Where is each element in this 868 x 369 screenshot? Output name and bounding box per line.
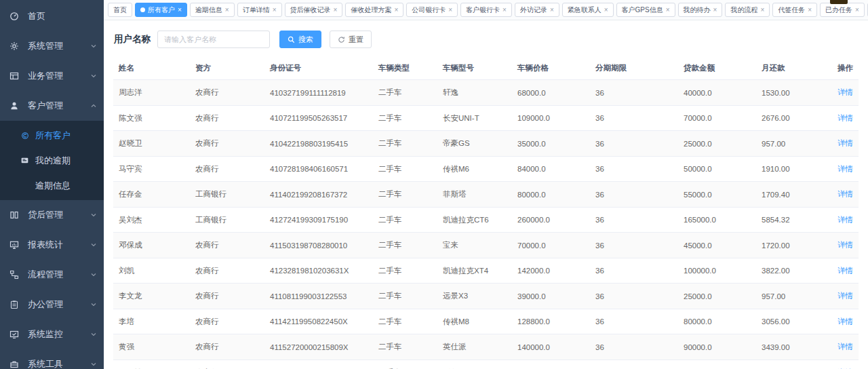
- cell-vehicle-price: 84000.0: [512, 156, 590, 182]
- cell-vehicle-price: 68000.0: [512, 80, 590, 106]
- tab[interactable]: 我的待办 ×: [678, 3, 723, 17]
- table-row: 李培 农商行 41142119950822450X 二手车 传祺M8 12880…: [113, 309, 859, 334]
- close-icon[interactable]: ×: [502, 7, 507, 14]
- reset-button[interactable]: 重置: [330, 31, 372, 48]
- tab[interactable]: 代签任务 ×: [772, 3, 817, 17]
- detail-link[interactable]: 详情: [837, 241, 853, 249]
- tab[interactable]: 我的流程 ×: [725, 3, 770, 17]
- sidebar-item-postloan-mgmt[interactable]: 贷后管理: [0, 200, 104, 230]
- sidebar-item-all-customers[interactable]: 所有客户: [0, 123, 104, 148]
- tab[interactable]: 客户银行卡 ×: [460, 3, 512, 17]
- report-monitor-icon: [9, 240, 19, 250]
- cell-funder: 农商行: [190, 360, 264, 369]
- cell-vehicle-type: 二手车: [373, 182, 437, 208]
- close-icon[interactable]: ×: [448, 7, 452, 14]
- tab[interactable]: 逾期信息 ×: [190, 3, 235, 17]
- col-header-name: 姓名: [113, 57, 190, 80]
- business-icon: [9, 71, 19, 81]
- search-button[interactable]: 搜索: [279, 31, 321, 48]
- cell-vehicle-price: 142000.0: [512, 258, 590, 284]
- close-icon[interactable]: ×: [713, 7, 717, 14]
- sidebar-item-system-mgmt[interactable]: 系统管理: [0, 31, 104, 61]
- col-header-monthly-payment: 月还款: [756, 57, 824, 80]
- detail-link[interactable]: 详情: [837, 139, 853, 147]
- cell-funder: 农商行: [190, 284, 264, 309]
- col-header-vehicle-model: 车辆型号: [437, 57, 512, 80]
- cell-id-number: 410327199111112819: [264, 80, 373, 106]
- sidebar-item-customer-mgmt[interactable]: 客户管理: [0, 91, 104, 121]
- gear-icon: [9, 41, 19, 51]
- close-icon[interactable]: ×: [178, 7, 182, 14]
- tab[interactable]: 催收处理方案 ×: [345, 3, 403, 17]
- tab-home[interactable]: 首页: [108, 3, 132, 17]
- search-input[interactable]: [157, 31, 270, 48]
- col-header-vehicle-type: 车辆类型: [373, 57, 437, 80]
- sidebar-item-system-monitor[interactable]: 系统监控: [0, 319, 104, 349]
- sidebar-item-business-mgmt[interactable]: 业务管理: [0, 61, 104, 91]
- cell-funder: 农商行: [190, 80, 264, 106]
- cell-name: 刘凯: [113, 258, 190, 284]
- cell-name: 李文龙: [113, 284, 190, 309]
- sidebar-item-overdue-info[interactable]: 逾期信息: [0, 173, 104, 198]
- detail-link[interactable]: 详情: [837, 292, 853, 300]
- tab[interactable]: 客户GPS信息 ×: [616, 3, 675, 17]
- close-icon[interactable]: ×: [855, 7, 859, 14]
- tab-label: 外访记录: [520, 5, 547, 15]
- detail-link[interactable]: 详情: [837, 343, 853, 351]
- table-row: 黄强 农商行 41152720000215809X 二手车 英仕派 140000…: [113, 334, 859, 360]
- table-row: 刘凯 农商行 41232819810203631X 二手车 凯迪拉克XT4 14…: [113, 258, 859, 284]
- detail-link[interactable]: 详情: [837, 88, 853, 96]
- table-row: 陈文强 农商行 410721199505263517 二手车 长安UNI-T 1…: [113, 105, 859, 131]
- tab[interactable]: 公司银行卡 ×: [406, 3, 458, 17]
- sidebar-item-report-stats[interactable]: 报表统计: [0, 230, 104, 260]
- tab-all-customers-active[interactable]: 所有客户 ×: [135, 3, 187, 17]
- close-icon[interactable]: ×: [334, 7, 338, 14]
- detail-link[interactable]: 详情: [837, 267, 853, 275]
- close-icon[interactable]: ×: [225, 7, 229, 14]
- close-icon[interactable]: ×: [808, 7, 812, 14]
- search-label: 用户名称: [114, 33, 151, 45]
- detail-link[interactable]: 详情: [837, 190, 853, 198]
- cell-term: 36: [590, 258, 678, 284]
- tab[interactable]: 已办任务 ×: [820, 3, 865, 17]
- cell-loan-amount: 25000.0: [678, 284, 756, 309]
- sidebar-item-process-mgmt[interactable]: 流程管理: [0, 260, 104, 290]
- detail-link[interactable]: 详情: [837, 114, 853, 122]
- close-icon[interactable]: ×: [550, 7, 554, 14]
- detail-link[interactable]: 详情: [837, 165, 853, 173]
- table-row: 任存金 工商银行 411402199208167372 二手车 菲斯塔 8000…: [113, 182, 859, 208]
- tab-label: 我的待办: [684, 5, 711, 15]
- detail-link[interactable]: 详情: [837, 216, 853, 224]
- tab-label: 催收处理方案: [351, 5, 391, 15]
- cell-vehicle-model: 远景X3: [437, 284, 512, 309]
- sidebar-item-my-overdue[interactable]: 我的逾期: [0, 148, 104, 173]
- col-header-loan-amount: 贷款金额: [678, 57, 756, 80]
- tab[interactable]: 订单详情 ×: [237, 3, 282, 17]
- tab[interactable]: 贷后催收记录 ×: [285, 3, 343, 17]
- table-row: 赵晓卫 农商行 410422198803195415 二手车 帝豪GS 3500…: [113, 131, 859, 157]
- toolbox-icon: [9, 360, 19, 369]
- sidebar-item-office-mgmt[interactable]: 办公管理: [0, 290, 104, 319]
- sidebar-item-label: 贷后管理: [28, 209, 90, 221]
- detail-link[interactable]: 详情: [837, 317, 853, 326]
- sidebar-item-label: 办公管理: [28, 298, 90, 311]
- cell-monthly-payment: 957.00: [756, 284, 824, 309]
- close-icon[interactable]: ×: [760, 7, 764, 14]
- sidebar-item-system-tools[interactable]: 系统工具: [0, 349, 104, 369]
- close-icon[interactable]: ×: [666, 7, 670, 14]
- sidebar-item-label: 业务管理: [28, 70, 90, 82]
- close-icon[interactable]: ×: [273, 7, 277, 14]
- cell-id-number: 411503198708280010: [264, 233, 373, 258]
- close-icon[interactable]: ×: [604, 7, 608, 14]
- cell-funder: 农商行: [190, 156, 264, 182]
- cell-loan-amount: 90000.0: [678, 334, 756, 360]
- tab[interactable]: 紧急联系人 ×: [562, 3, 614, 17]
- sidebar-item-home[interactable]: 首页: [0, 1, 104, 31]
- close-icon[interactable]: ×: [394, 7, 398, 14]
- cell-funder: 工商银行: [190, 182, 264, 208]
- cell-vehicle-type: 二手车: [373, 258, 437, 284]
- col-header-funder: 资方: [190, 57, 264, 80]
- chevron-up-icon: [90, 102, 97, 109]
- tab[interactable]: 外访记录 ×: [515, 3, 559, 17]
- search-bar: 用户名称 搜索 重置: [104, 20, 868, 57]
